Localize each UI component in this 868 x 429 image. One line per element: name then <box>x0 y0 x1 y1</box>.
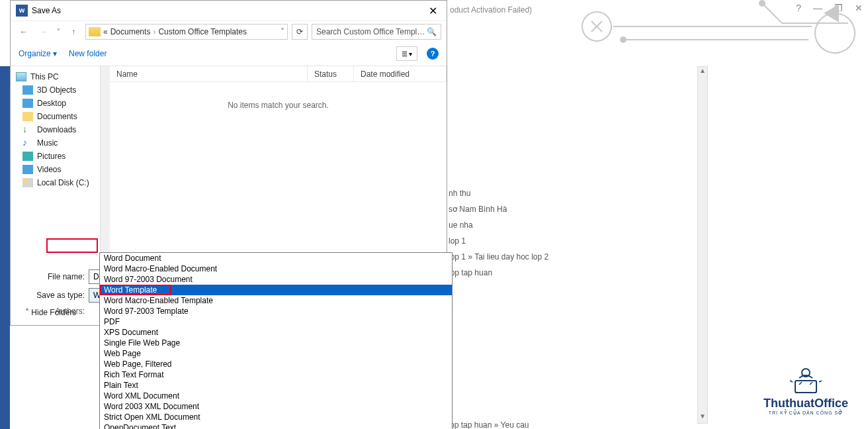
type-option-xps-document[interactable]: XPS Document <box>100 327 452 338</box>
search-icon: 🔍 <box>427 27 437 36</box>
save-as-type-dropdown: Word DocumentWord Macro-Enabled Document… <box>99 252 453 429</box>
navpane-music[interactable]: ♪Music <box>11 136 110 150</box>
bg-item: lop 1 <box>449 233 548 249</box>
type-option-plain-text[interactable]: Plain Text <box>100 380 452 391</box>
refresh-button[interactable]: ⟳ <box>292 24 308 40</box>
address-bar[interactable]: « Documents › Custom Office Templates ˅ <box>85 24 288 40</box>
crumb-prefix: « <box>103 27 108 36</box>
desk-icon <box>22 99 33 108</box>
svg-point-2 <box>760 1 765 6</box>
svg-point-1 <box>621 37 626 42</box>
navpane-label: 3D Objects <box>37 85 76 95</box>
col-status[interactable]: Status <box>308 66 354 81</box>
type-option-word-97-2003-document[interactable]: Word 97-2003 Document <box>100 274 452 285</box>
type-option-word-document[interactable]: Word Document <box>100 253 452 263</box>
svg-rect-4 <box>795 381 816 393</box>
save-as-dialog: W Save As ✕ ← → ˅ ↑ « Documents › Custom… <box>10 0 447 326</box>
save-as-type-label: Save as type: <box>19 291 89 300</box>
search-input[interactable]: Search Custom Office Templa... 🔍 <box>312 24 441 40</box>
file-list: Name Status Date modified No items match… <box>110 66 447 264</box>
vid-icon <box>22 165 33 174</box>
navpane-pictures[interactable]: Pictures <box>11 150 110 163</box>
navpane-label: Documents <box>37 112 77 121</box>
watermark: ThuthuatOffice TRI KỶ CỦA DÂN CÔNG SỞ <box>763 365 848 416</box>
bg-item: ue nha <box>449 217 548 233</box>
dialog-title: Save As <box>32 6 425 15</box>
navpane-label: Desktop <box>37 99 66 108</box>
watermark-sub: TRI KỶ CỦA DÂN CÔNG SỞ <box>763 410 848 416</box>
new-folder-button[interactable]: New folder <box>69 49 107 58</box>
disk-icon <box>22 178 33 187</box>
type-option-pdf[interactable]: PDF <box>100 316 452 327</box>
navpane-documents[interactable]: Documents <box>11 110 110 123</box>
activation-status: oduct Activation Failed) <box>450 5 532 15</box>
bg-item: lop tap huan <box>449 265 548 281</box>
pic-icon <box>22 152 33 161</box>
bg-item: sơ Nam Bình Hà <box>449 201 548 217</box>
forward-button[interactable]: → <box>36 24 52 40</box>
navpane-label: Local Disk (C:) <box>37 178 89 187</box>
navpane-label: This PC <box>30 72 59 81</box>
navpane-this-pc[interactable]: This PC <box>11 70 110 83</box>
organize-menu[interactable]: Organize ▾ <box>19 49 57 58</box>
view-options-button[interactable]: ☰ ▾ <box>396 46 417 61</box>
bg-item: lop 1 » Tai lieu day hoc lop 2 <box>449 249 548 265</box>
type-option-word-macro-enabled-template[interactable]: Word Macro-Enabled Template <box>100 295 452 306</box>
pc-icon <box>16 72 26 81</box>
crumb-documents[interactable]: Documents <box>110 27 151 36</box>
decorative-circuit <box>564 0 868 66</box>
col-date[interactable]: Date modified <box>354 66 447 81</box>
navpane-videos[interactable]: Videos <box>11 163 110 176</box>
type-option-web-page-filtered[interactable]: Web Page, Filtered <box>100 359 452 369</box>
word-icon: W <box>16 5 28 17</box>
crumb-templates[interactable]: Custom Office Templates <box>158 27 247 36</box>
navpane-label: Videos <box>37 165 61 174</box>
navpane-local-disk-c-[interactable]: Local Disk (C:) <box>11 176 110 189</box>
navigation-pane: This PC3D ObjectsDesktopDocuments↓Downlo… <box>11 66 110 264</box>
navpane-label: Music <box>37 138 58 148</box>
help-icon[interactable]: ? <box>427 48 439 60</box>
hide-folders-button[interactable]: Hide Folders <box>25 308 76 317</box>
type-option-word-97-2003-template[interactable]: Word 97-2003 Template <box>100 306 452 316</box>
navpane-3d-objects[interactable]: 3D Objects <box>11 83 110 97</box>
watermark-name: ThuthuatOffice <box>763 397 848 410</box>
background-list: nh thusơ Nam Bình Hàue nhalop 1lop 1 » T… <box>449 185 548 281</box>
recent-dropdown[interactable]: ˅ <box>57 28 60 35</box>
type-option-word-template[interactable]: Word Template <box>100 285 452 295</box>
type-option-word-macro-enabled-document[interactable]: Word Macro-Enabled Document <box>100 263 452 274</box>
down-icon: ↓ <box>22 125 33 134</box>
back-button[interactable]: ← <box>16 24 32 40</box>
type-option-rich-text-format[interactable]: Rich Text Format <box>100 369 452 380</box>
watermark-icon <box>786 365 826 395</box>
word-backstage-strip <box>0 66 10 429</box>
music-icon: ♪ <box>22 138 33 148</box>
document-vertical-scrollbar[interactable]: ▲▼ <box>697 66 708 424</box>
bg-item: nh thu <box>449 185 548 201</box>
navpane-desktop[interactable]: Desktop <box>11 97 110 110</box>
type-option-web-page[interactable]: Web Page <box>100 348 452 359</box>
address-dropdown[interactable]: ˅ <box>281 27 284 36</box>
navpane-downloads[interactable]: ↓Downloads <box>11 123 110 136</box>
filename-label: File name: <box>19 272 89 281</box>
folder-icon <box>89 27 101 36</box>
3d-icon <box>22 85 33 95</box>
empty-message: No items match your search. <box>110 101 447 110</box>
type-option-single-file-web-page[interactable]: Single File Web Page <box>100 338 452 348</box>
close-icon[interactable]: ✕ <box>425 5 441 17</box>
type-option-word-2003-xml-document[interactable]: Word 2003 XML Document <box>100 401 452 412</box>
docs-icon <box>22 112 33 121</box>
type-option-word-xml-document[interactable]: Word XML Document <box>100 391 452 401</box>
type-option-opendocument-text[interactable]: OpenDocument Text <box>100 422 452 429</box>
navpane-label: Pictures <box>37 152 65 161</box>
up-button[interactable]: ↑ <box>65 24 81 40</box>
type-option-strict-open-xml-document[interactable]: Strict Open XML Document <box>100 412 452 422</box>
col-name[interactable]: Name <box>110 66 308 81</box>
search-placeholder: Search Custom Office Templa... <box>316 27 427 36</box>
navpane-label: Downloads <box>37 125 76 134</box>
